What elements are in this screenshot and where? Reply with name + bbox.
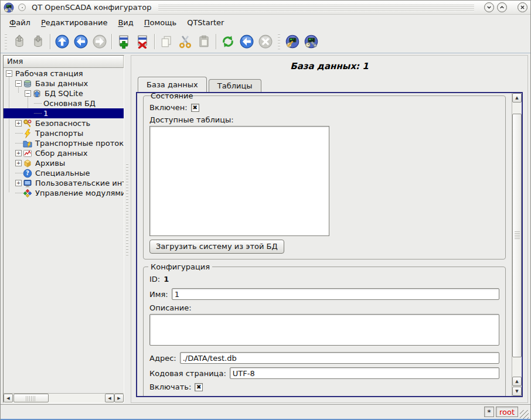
database-icon bbox=[23, 79, 33, 88]
copy-item-icon bbox=[159, 35, 173, 49]
go-back-button[interactable] bbox=[72, 33, 90, 50]
tree-item-databases[interactable]: −Базы данных bbox=[4, 78, 124, 88]
form-vertical-scrollbar[interactable]: ▲ ▲ ▼ bbox=[512, 93, 522, 396]
database-arrow-icon bbox=[32, 89, 43, 98]
qt-configurator-icon bbox=[304, 35, 318, 49]
svg-text:?: ? bbox=[26, 170, 29, 176]
toolbar-handle[interactable] bbox=[4, 33, 8, 50]
stop-updating-icon bbox=[258, 35, 273, 49]
box-icon bbox=[23, 159, 33, 168]
tree-expander-icon[interactable]: − bbox=[6, 70, 12, 77]
delete-item-button[interactable] bbox=[134, 33, 151, 50]
tree-item-user-interfaces[interactable]: +Пользовательские интерфейсы bbox=[4, 178, 124, 188]
tree-expander-icon[interactable]: + bbox=[15, 160, 22, 166]
window-title: QT OpenSCADA конфигуратор bbox=[32, 3, 151, 12]
tree-connector bbox=[15, 173, 23, 173]
config-groupbox: Конфигурация ID: 1 Имя: Описание: Адрес bbox=[143, 267, 506, 396]
titlebar[interactable]: QT OpenSCADA конфигуратор bbox=[1, 1, 530, 15]
scroll-up-icon[interactable]: ▲ bbox=[512, 93, 522, 103]
refresh-icon bbox=[221, 35, 235, 49]
paste-item-button[interactable] bbox=[195, 33, 213, 50]
minimize-button[interactable] bbox=[484, 2, 494, 12]
tree-connector bbox=[34, 103, 42, 104]
enable-checkbox[interactable] bbox=[195, 383, 203, 391]
copy-item-button[interactable] bbox=[158, 33, 175, 50]
vision-developing-button[interactable] bbox=[284, 33, 301, 50]
toolbar bbox=[1, 30, 530, 53]
scroll-left-icon[interactable]: ◀ bbox=[4, 394, 13, 402]
tables-label: Доступные таблицы: bbox=[149, 115, 499, 124]
navigation-tree-panel: Имя −Рабочая станция−Базы данных−БД SQLi… bbox=[3, 55, 124, 403]
toolbar-separator bbox=[111, 34, 112, 49]
tree-column-header[interactable]: Имя bbox=[4, 56, 124, 68]
tree-connector bbox=[15, 133, 23, 134]
load-system-button[interactable]: Загрузить систему из этой БД bbox=[149, 240, 284, 254]
tree-expander-icon[interactable]: + bbox=[15, 120, 22, 127]
tree-item-data-acquisition[interactable]: +Сбор данных bbox=[4, 148, 124, 158]
state-group-label: Состояние bbox=[148, 93, 195, 100]
tab-database[interactable]: База данных bbox=[138, 77, 207, 92]
tree-expander-icon[interactable]: + bbox=[15, 180, 22, 186]
tree-horizontal-scrollbar[interactable]: ◀ ◀ ▶ bbox=[4, 393, 124, 402]
stop-updating-button[interactable] bbox=[257, 33, 274, 50]
save-to-db-icon bbox=[31, 35, 45, 49]
name-input[interactable] bbox=[172, 288, 499, 300]
tree-item-main-db[interactable]: Основная БД bbox=[4, 98, 124, 108]
scrollbar-track[interactable] bbox=[49, 394, 105, 402]
form-scroll-area: Состояние Включен: Доступные таблицы: За… bbox=[136, 92, 523, 397]
address-label: Адрес: bbox=[149, 354, 176, 363]
description-textarea[interactable] bbox=[149, 314, 499, 346]
tree-item-station[interactable]: −Рабочая станция bbox=[4, 69, 124, 78]
resize-grip[interactable] bbox=[520, 410, 529, 419]
cut-item-button[interactable] bbox=[176, 33, 194, 50]
scroll-right-icon[interactable]: ▶ bbox=[114, 394, 124, 402]
tree-connector bbox=[15, 193, 23, 193]
go-forward-button[interactable] bbox=[91, 33, 108, 50]
tree-item-security[interactable]: +Безопасность bbox=[4, 118, 124, 128]
tables-listbox[interactable] bbox=[149, 126, 329, 236]
panel-splitter[interactable] bbox=[124, 55, 131, 403]
codepage-input[interactable] bbox=[230, 367, 499, 379]
menu-bar: ФайлРедактированиеВидПомощьQTStarter bbox=[1, 15, 530, 30]
menu-item-edit[interactable]: Редактирование bbox=[36, 16, 113, 29]
refresh-button[interactable] bbox=[219, 33, 237, 50]
scrollbar-thumb[interactable] bbox=[512, 114, 522, 357]
toolbar-handle[interactable] bbox=[277, 33, 281, 50]
tree-item-archives[interactable]: +Архивы bbox=[4, 158, 124, 168]
menu-item-help[interactable]: Помощь bbox=[139, 16, 182, 29]
tree-expander-icon[interactable]: − bbox=[15, 80, 22, 87]
add-item-button[interactable] bbox=[115, 33, 132, 50]
id-label: ID: bbox=[149, 275, 160, 284]
menu-item-file[interactable]: Файл bbox=[4, 16, 36, 29]
tree-item-transports[interactable]: Транспорты bbox=[4, 128, 124, 138]
enabled-checkbox[interactable] bbox=[191, 104, 199, 112]
scroll-left-icon[interactable]: ◀ bbox=[105, 394, 114, 402]
keys-icon bbox=[23, 119, 33, 128]
address-input[interactable] bbox=[180, 352, 499, 364]
go-up-button[interactable] bbox=[53, 33, 71, 50]
load-from-db-button[interactable] bbox=[11, 33, 28, 50]
tree-expander-icon[interactable]: − bbox=[25, 90, 31, 97]
window-menu-button[interactable] bbox=[18, 4, 26, 11]
scroll-down-icon[interactable]: ▼ bbox=[512, 387, 522, 396]
tree-item-db-sqlite[interactable]: −БД SQLite bbox=[4, 88, 124, 98]
tree-item-transport-protocols[interactable]: Транспортные протоколы bbox=[4, 138, 124, 148]
menu-item-qtstarter[interactable]: QTStarter bbox=[182, 16, 229, 29]
maximize-button[interactable] bbox=[497, 2, 507, 12]
tree-expander-icon[interactable]: + bbox=[15, 150, 22, 156]
modules-icon bbox=[23, 189, 33, 198]
chart-icon bbox=[23, 149, 33, 158]
scroll-up-icon[interactable]: ▲ bbox=[512, 377, 522, 386]
tree-item-db-1[interactable]: 1 bbox=[4, 108, 124, 118]
menu-item-view[interactable]: Вид bbox=[113, 16, 138, 29]
tree-item-module-management[interactable]: Управление модулями bbox=[4, 188, 124, 198]
tree-item-special[interactable]: ?Специальные bbox=[4, 168, 124, 178]
start-updating-button[interactable] bbox=[238, 33, 256, 50]
codepage-label: Кодовая страница: bbox=[149, 369, 226, 378]
tree-rows: −Рабочая станция−Базы данных−БД SQLiteОс… bbox=[4, 68, 124, 393]
qt-configurator-button[interactable] bbox=[302, 33, 320, 50]
scrollbar-thumb[interactable] bbox=[13, 394, 49, 402]
close-button[interactable] bbox=[518, 2, 527, 12]
tab-tables[interactable]: Таблицы bbox=[209, 79, 261, 92]
save-to-db-button[interactable] bbox=[29, 33, 47, 50]
